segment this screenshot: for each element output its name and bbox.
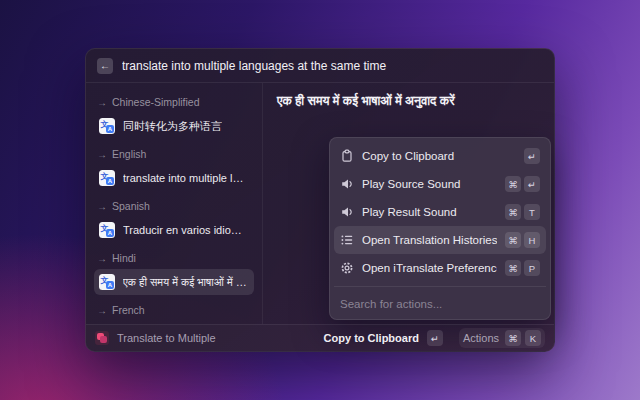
sidebar-item-translation[interactable]: 文ATraducir en varios idiomas en el... <box>94 217 254 243</box>
shortcut-keys: ⌘↵ <box>505 176 540 192</box>
sidebar-item-translation[interactable]: 文A同时转化为多种语言 <box>94 113 254 139</box>
actions-button-label: Actions <box>463 332 499 344</box>
actions-menu: Copy to Clipboard↵Play Source Sound⌘↵Pla… <box>329 137 551 320</box>
key-badge: P <box>524 260 540 276</box>
sidebar-section-label: →English <box>97 148 251 160</box>
translation-snippet: एक ही समय में कई भाषाओं में अनुवाद करें <box>123 276 249 289</box>
cmd-key-badge: ⌘ <box>505 330 521 346</box>
actions-search-input[interactable] <box>340 298 540 310</box>
language-name: Hindi <box>112 252 136 264</box>
actions-button[interactable]: Actions ⌘ K <box>459 328 545 348</box>
window-body: →Chinese-Simplified文A同时转化为多种语言→English文A… <box>86 83 554 324</box>
action-label: Play Source Sound <box>362 178 497 190</box>
sidebar-item-translation[interactable]: 文Aएक ही समय में कई भाषाओं में अनुवाद करे… <box>94 269 254 295</box>
key-badge: ⌘ <box>505 232 521 248</box>
launcher-window: ← →Chinese-Simplified文A同时转化为多种语言→English… <box>85 48 555 352</box>
sidebar-item-translation[interactable]: 文Atranslate into multiple language... <box>94 165 254 191</box>
action-item[interactable]: Copy to Clipboard↵ <box>334 142 546 170</box>
action-item[interactable]: Open iTranslate Preferences⌘P <box>334 254 546 282</box>
translation-snippet: Traducir en varios idiomas en el... <box>123 224 249 236</box>
search-input[interactable] <box>122 59 543 73</box>
action-label: Open Translation Histories <box>362 234 497 246</box>
back-button[interactable]: ← <box>97 58 113 74</box>
arrow-right-icon: → <box>97 305 107 316</box>
key-badge: ⌘ <box>505 204 521 220</box>
action-item[interactable]: Play Result Sound⌘T <box>334 198 546 226</box>
command-name: Translate to Multiple <box>117 332 316 344</box>
translate-icon: 文A <box>99 274 115 290</box>
action-item[interactable]: Open Translation Histories⌘H <box>334 226 546 254</box>
language-name: English <box>112 148 146 160</box>
shortcut-keys: ⌘P <box>505 260 540 276</box>
action-label: Open iTranslate Preferences <box>362 262 497 274</box>
list-icon <box>340 233 354 247</box>
action-item[interactable]: Play Source Sound⌘↵ <box>334 170 546 198</box>
sidebar-section-label: →Spanish <box>97 200 251 212</box>
language-name: Spanish <box>112 200 150 212</box>
language-name: French <box>112 304 145 316</box>
arrow-right-icon: → <box>97 253 107 264</box>
action-label: Copy to Clipboard <box>362 150 516 162</box>
shortcut-keys: ⌘H <box>505 232 540 248</box>
action-label: Play Result Sound <box>362 206 497 218</box>
key-badge: T <box>524 204 540 220</box>
search-header: ← <box>86 49 554 83</box>
arrow-right-icon: → <box>97 149 107 160</box>
translate-icon: 文A <box>99 118 115 134</box>
back-arrow-icon: ← <box>100 60 110 71</box>
sidebar-section-label: →Hindi <box>97 252 251 264</box>
key-badge: H <box>524 232 540 248</box>
gear-icon <box>340 261 354 275</box>
translate-icon: 文A <box>99 222 115 238</box>
actions-search-row <box>334 286 546 319</box>
sidebar-section-label: →Chinese-Simplified <box>97 96 251 108</box>
enter-key-badge: ↵ <box>427 330 443 346</box>
status-bar: Translate to Multiple Copy to Clipboard … <box>86 324 554 351</box>
translation-result-text: एक ही समय में कई भाषाओं में अनुवाद करें <box>277 94 540 109</box>
itranslate-app-icon <box>95 331 109 345</box>
language-name: Chinese-Simplified <box>112 96 200 108</box>
speaker-icon <box>340 177 354 191</box>
arrow-right-icon: → <box>97 201 107 212</box>
key-badge: ⌘ <box>505 176 521 192</box>
arrow-right-icon: → <box>97 97 107 108</box>
clipboard-icon <box>340 149 354 163</box>
k-key-badge: K <box>525 330 541 346</box>
key-badge: ↵ <box>524 148 540 164</box>
translation-snippet: translate into multiple language... <box>123 172 249 184</box>
translation-snippet: 同时转化为多种语言 <box>123 119 222 134</box>
speaker-icon <box>340 205 354 219</box>
key-badge: ⌘ <box>505 260 521 276</box>
key-badge: ↵ <box>524 176 540 192</box>
results-sidebar: →Chinese-Simplified文A同时转化为多种语言→English文A… <box>86 83 263 324</box>
translate-icon: 文A <box>99 170 115 186</box>
sidebar-section-label: →French <box>97 304 251 316</box>
primary-action-label[interactable]: Copy to Clipboard <box>324 332 419 344</box>
shortcut-keys: ⌘T <box>505 204 540 220</box>
shortcut-keys: ↵ <box>524 148 540 164</box>
